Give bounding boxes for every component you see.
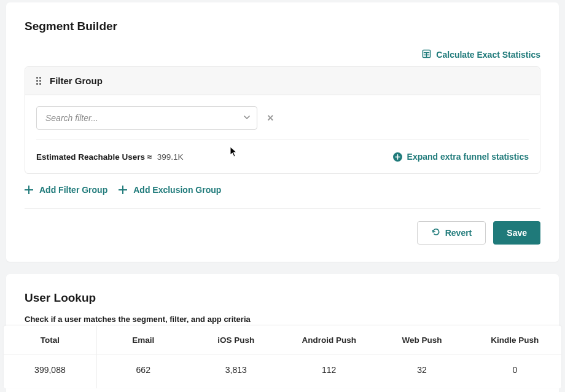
- filter-group-title: Filter Group: [50, 76, 103, 86]
- drag-handle-icon[interactable]: [36, 77, 41, 85]
- user-lookup-description: Check if a user matches the segment, fil…: [25, 315, 540, 324]
- stats-header-ios-push: iOS Push: [190, 326, 282, 355]
- save-label: Save: [507, 228, 527, 238]
- filter-row: Search filter... ×: [36, 106, 529, 140]
- estimated-value: 399.1K: [157, 152, 184, 162]
- stats-table-header-row: Total Email iOS Push Android Push Web Pu…: [4, 326, 561, 355]
- stats-value-android-push: 112: [282, 355, 375, 389]
- stats-value-total: 399,088: [4, 355, 96, 389]
- stats-header-email: Email: [96, 326, 189, 355]
- chevron-down-icon: [243, 112, 251, 123]
- remove-filter-button[interactable]: ×: [265, 109, 276, 127]
- revert-button[interactable]: Revert: [417, 221, 486, 245]
- estimated-label: Estimated Reachable Users ≈: [36, 152, 152, 162]
- stats-value-email: 662: [96, 355, 189, 389]
- calculator-icon: [422, 49, 431, 60]
- circle-plus-icon: [393, 152, 402, 162]
- expand-funnel-statistics-link[interactable]: Expand extra funnel statistics: [393, 152, 529, 162]
- add-filter-group-label: Add Filter Group: [39, 185, 107, 195]
- stats-header-total: Total: [4, 326, 96, 355]
- stats-table-value-row: 399,088 662 3,813 112 32 0: [4, 355, 561, 389]
- stats-value-ios-push: 3,813: [190, 355, 282, 389]
- stats-value-kindle-push: 0: [469, 355, 561, 389]
- filter-stats-row: Estimated Reachable Users ≈ 399.1K Expan…: [36, 140, 529, 162]
- search-filter-placeholder: Search filter...: [45, 113, 98, 123]
- segment-builder-title: Segment Builder: [25, 20, 540, 33]
- filter-group-body: Search filter... × Estimated Reachable U…: [25, 95, 540, 173]
- filter-group: Filter Group Search filter... × Estimate…: [25, 66, 540, 174]
- segment-builder-card: Segment Builder Calculate Exact Statisti…: [6, 2, 559, 262]
- calculate-exact-statistics-link[interactable]: Calculate Exact Statistics: [422, 49, 540, 60]
- plus-icon: [119, 186, 127, 194]
- add-exclusion-group-label: Add Exclusion Group: [133, 185, 221, 195]
- plus-icon: [25, 186, 33, 194]
- add-group-row: Add Filter Group Add Exclusion Group: [25, 185, 540, 209]
- stats-value-web-push: 32: [375, 355, 468, 389]
- stats-header-android-push: Android Push: [282, 326, 375, 355]
- calc-stats-row: Calculate Exact Statistics: [25, 49, 540, 60]
- calculate-exact-statistics-label: Calculate Exact Statistics: [436, 50, 540, 60]
- estimated-reachable-users: Estimated Reachable Users ≈ 399.1K: [36, 151, 184, 162]
- save-button[interactable]: Save: [493, 221, 540, 245]
- add-exclusion-group-button[interactable]: Add Exclusion Group: [119, 185, 221, 195]
- stats-table: Total Email iOS Push Android Push Web Pu…: [4, 326, 561, 388]
- search-filter-select[interactable]: Search filter...: [36, 106, 257, 130]
- action-buttons-row: Revert Save: [25, 221, 540, 245]
- stats-table-panel: Total Email iOS Push Android Push Web Pu…: [4, 326, 561, 388]
- user-lookup-title: User Lookup: [25, 291, 540, 305]
- revert-label: Revert: [445, 228, 472, 238]
- stats-header-web-push: Web Push: [375, 326, 468, 355]
- close-icon: ×: [267, 112, 274, 124]
- filter-group-header: Filter Group: [25, 67, 540, 95]
- expand-funnel-label: Expand extra funnel statistics: [407, 152, 529, 162]
- undo-icon: [431, 227, 440, 238]
- stats-header-kindle-push: Kindle Push: [469, 326, 561, 355]
- add-filter-group-button[interactable]: Add Filter Group: [25, 185, 107, 195]
